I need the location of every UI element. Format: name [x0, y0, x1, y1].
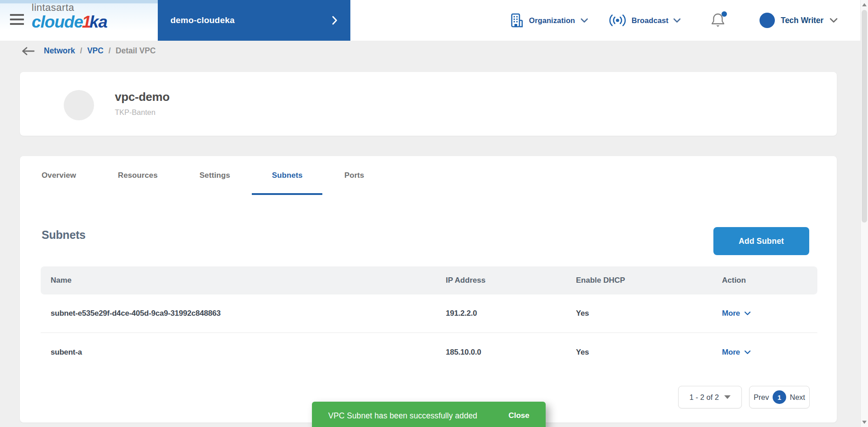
column-ip-address: IP Address [446, 276, 576, 285]
breadcrumb: Network / VPC / Detail VPC [21, 46, 156, 56]
logo-cloudeka-text: cloude1ka [32, 14, 107, 30]
caret-down-icon [724, 395, 731, 399]
broadcast-label: Broadcast [632, 16, 669, 25]
current-page-button[interactable]: 1 [773, 390, 786, 404]
tab-settings[interactable]: Settings [179, 156, 250, 195]
menu-toggle-button[interactable] [10, 14, 24, 26]
subnet-ip: 185.10.0.0 [446, 348, 576, 357]
user-menu[interactable]: Tech Writer [760, 0, 838, 41]
breadcrumb-separator: / [80, 46, 82, 56]
chevron-down-icon [830, 18, 838, 23]
more-label: More [722, 309, 740, 318]
tab-resources[interactable]: Resources [98, 156, 178, 195]
subnet-dhcp: Yes [576, 348, 722, 357]
tab-subnets[interactable]: Subnets [252, 156, 322, 195]
vpc-avatar [64, 90, 94, 120]
top-header: lintasarta cloude1ka demo-cloudeka Orga [0, 0, 868, 41]
add-subnet-button[interactable]: Add Subnet [713, 227, 809, 255]
project-selector[interactable]: demo-cloudeka [158, 0, 350, 41]
avatar [760, 13, 775, 28]
window-scrollbar[interactable] [860, 0, 868, 427]
more-label: More [722, 348, 740, 357]
scroll-up-arrow-icon[interactable] [862, 3, 867, 6]
notification-badge [722, 11, 727, 17]
pagination-controls: Prev 1 Next [749, 386, 810, 408]
tab-ports[interactable]: Ports [325, 156, 384, 195]
column-action: Action [722, 276, 817, 285]
row-more-menu[interactable]: More [722, 309, 751, 318]
organization-label: Organization [529, 16, 575, 25]
column-name: Name [51, 276, 446, 285]
back-arrow-icon[interactable] [21, 47, 35, 56]
breadcrumb-network[interactable]: Network [44, 46, 75, 56]
breadcrumb-vpc[interactable]: VPC [87, 46, 104, 56]
scroll-down-arrow-icon[interactable] [862, 421, 867, 424]
broadcast-icon [608, 14, 627, 27]
breadcrumb-current: Detail VPC [116, 46, 156, 56]
page-range-label: 1 - 2 of 2 [689, 393, 719, 402]
subnet-ip: 191.2.2.0 [446, 309, 576, 318]
vpc-name: vpc-demo [115, 90, 170, 104]
toast-message: VPC Subnet has been successfully added [328, 411, 477, 421]
project-name: demo-cloudeka [170, 15, 235, 25]
scrollbar-thumb[interactable] [862, 10, 867, 223]
tab-bar: Overview Resources Settings Subnets Port… [22, 156, 384, 195]
building-icon [510, 13, 524, 28]
chevron-down-icon [744, 350, 751, 355]
column-enable-dhcp: Enable DHCP [576, 276, 722, 285]
organization-menu[interactable]: Organization [510, 0, 588, 41]
chevron-down-icon [744, 311, 751, 316]
vpc-detail-card: Overview Resources Settings Subnets Port… [20, 156, 837, 422]
logo-lintasarta-text: lintasarta [32, 3, 107, 13]
table-header: Name IP Address Enable DHCP Action [41, 266, 817, 294]
next-page-button[interactable]: Next [790, 393, 805, 402]
page-size-dropdown[interactable]: 1 - 2 of 2 [678, 386, 742, 408]
vpc-location: TKP-Banten [115, 108, 156, 117]
notifications-button[interactable] [711, 12, 729, 30]
table-row: subent-a 185.10.0.0 Yes More [41, 333, 817, 371]
toast-close-button[interactable]: Close [509, 411, 529, 420]
breadcrumb-separator: / [108, 46, 111, 56]
cloudeka-logo[interactable]: lintasarta cloude1ka [32, 3, 107, 30]
app-screen: lintasarta cloude1ka demo-cloudeka Orga [0, 0, 868, 427]
chevron-right-icon [332, 15, 338, 25]
broadcast-menu[interactable]: Broadcast [608, 0, 681, 41]
tab-overview[interactable]: Overview [22, 156, 96, 195]
prev-page-button[interactable]: Prev [754, 393, 769, 402]
subnet-name: subnet-e535e29f-d4ce-405d-9ca9-31992c848… [51, 309, 446, 318]
subnet-name: subent-a [51, 348, 446, 357]
user-name: Tech Writer [781, 16, 824, 25]
success-toast: VPC Subnet has been successfully added C… [312, 402, 546, 427]
row-more-menu[interactable]: More [722, 348, 751, 357]
chevron-down-icon [580, 18, 588, 23]
subnet-dhcp: Yes [576, 309, 722, 318]
vpc-summary-card: vpc-demo TKP-Banten [20, 72, 837, 136]
section-title: Subnets [42, 228, 85, 242]
table-row: subnet-e535e29f-d4ce-405d-9ca9-31992c848… [41, 294, 817, 333]
chevron-down-icon [673, 18, 681, 23]
